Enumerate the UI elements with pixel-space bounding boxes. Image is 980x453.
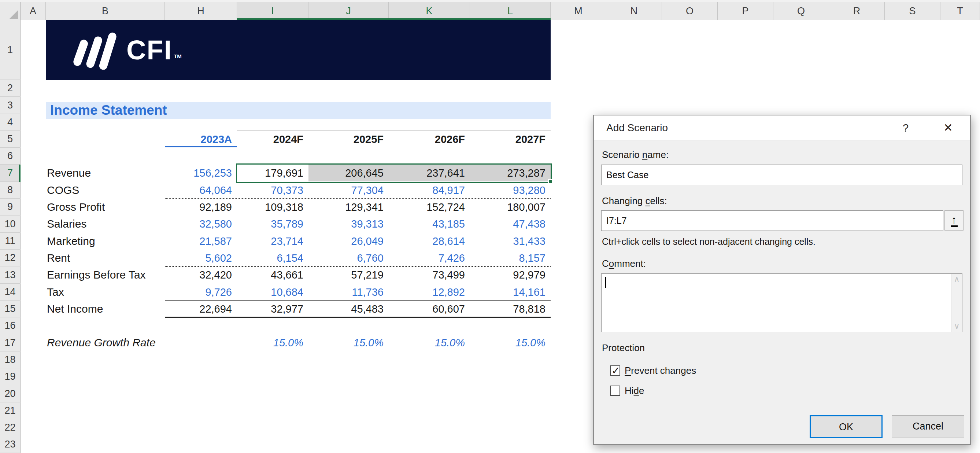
cell-label[interactable]: Tax (47, 284, 164, 300)
row-header-17[interactable]: 17 (0, 334, 21, 351)
row-header-19[interactable]: 19 (0, 368, 21, 385)
cell-value[interactable]: 7,426 (389, 250, 470, 266)
cell-value[interactable]: 64,064 (165, 182, 237, 199)
cell-value[interactable]: 92,979 (470, 266, 550, 283)
cell-label[interactable]: Marketing (47, 233, 164, 250)
column-header-R[interactable]: R (829, 2, 885, 20)
cell-value[interactable]: 73,499 (389, 266, 470, 283)
cell-value[interactable]: 45,483 (309, 300, 389, 317)
row-header-12[interactable]: 12 (0, 250, 21, 266)
prevent-changes-checkbox[interactable] (610, 365, 620, 376)
cell-value[interactable]: 152,724 (389, 199, 470, 215)
row-header-9[interactable]: 9 (0, 199, 21, 215)
column-header-P[interactable]: P (718, 2, 773, 20)
year-header-2027F[interactable]: 2027F (470, 131, 550, 148)
cell-value[interactable]: 32,580 (165, 215, 237, 232)
cell-value[interactable]: 60,607 (389, 300, 470, 317)
cell-value[interactable]: 32,977 (237, 300, 309, 317)
cell-label[interactable]: Revenue Growth Rate (47, 334, 164, 351)
cell-value[interactable]: 9,726 (165, 284, 237, 300)
row-header-23[interactable]: 23 (0, 436, 21, 453)
cell-value[interactable]: 47,438 (470, 215, 550, 232)
row-header-7[interactable]: 7 (0, 164, 21, 182)
help-icon[interactable]: ? (894, 115, 917, 140)
cell-value[interactable]: 10,684 (237, 284, 309, 300)
cell-value[interactable]: 22,694 (165, 300, 237, 317)
select-all-button[interactable] (0, 2, 21, 20)
cell-value[interactable]: 15.0% (309, 334, 389, 351)
cell-value[interactable]: 43,185 (389, 215, 470, 232)
row-header-18[interactable]: 18 (0, 351, 21, 368)
row-header-3[interactable]: 3 (0, 97, 21, 114)
row-header-1[interactable]: 1 (0, 20, 21, 80)
cell-value[interactable]: 15.0% (389, 334, 470, 351)
row-header-15[interactable]: 15 (0, 300, 21, 317)
column-header-K[interactable]: K (389, 2, 470, 20)
year-header-2023A[interactable]: 2023A (165, 131, 237, 148)
cell-value[interactable]: 93,280 (470, 182, 550, 199)
income-statement-title-band[interactable]: Income Statement (46, 102, 550, 119)
row-header-2[interactable]: 2 (0, 80, 21, 97)
cell-value[interactable]: 77,304 (309, 182, 389, 199)
row-header-21[interactable]: 21 (0, 402, 21, 419)
row-header-10[interactable]: 10 (0, 215, 21, 233)
cell-value-selected[interactable]: 206,645 (309, 164, 389, 182)
cell-value[interactable]: 6,760 (309, 250, 389, 266)
column-header-T[interactable]: T (940, 2, 980, 20)
changing-cells-input[interactable] (601, 211, 943, 231)
cell-value[interactable]: 70,373 (237, 182, 309, 199)
column-header-N[interactable]: N (606, 2, 662, 20)
scenario-name-input[interactable] (601, 164, 963, 185)
row-header-4[interactable]: 4 (0, 114, 21, 131)
cell-value[interactable]: 12,892 (389, 284, 470, 300)
cell-value[interactable]: 180,007 (470, 199, 550, 215)
column-header-L[interactable]: L (470, 2, 550, 20)
row-header-13[interactable]: 13 (0, 266, 21, 284)
column-header-H[interactable]: H (165, 2, 237, 20)
column-header-Q[interactable]: Q (773, 2, 829, 20)
prevent-changes-option[interactable]: Prevent changes (610, 365, 696, 376)
dialog-title-bar[interactable]: Add Scenario ? ✕ (594, 115, 970, 140)
column-header-B[interactable]: B (46, 2, 165, 20)
cell-label[interactable]: Earnings Before Tax (47, 266, 164, 283)
cell-value-selected[interactable]: 273,287 (470, 164, 550, 182)
cell-value[interactable]: 57,219 (309, 266, 389, 283)
cell-label[interactable]: COGS (47, 182, 164, 199)
cell-value[interactable]: 15.0% (237, 334, 309, 351)
column-header-S[interactable]: S (885, 2, 940, 20)
cell-value[interactable]: 14,161 (470, 284, 550, 300)
row-header-20[interactable]: 20 (0, 385, 21, 402)
cell-value[interactable]: 8,157 (470, 250, 550, 266)
cancel-button[interactable]: Cancel (892, 415, 964, 438)
cell-value[interactable]: 156,253 (165, 164, 237, 182)
cell-value[interactable]: 78,818 (470, 300, 550, 317)
cell-value-selected[interactable]: 237,641 (389, 164, 470, 182)
comment-scrollbar[interactable]: ∧ ∨ (951, 274, 962, 332)
year-header-2024F[interactable]: 2024F (237, 131, 309, 148)
column-header-M[interactable]: M (550, 2, 606, 20)
row-header-11[interactable]: 11 (0, 233, 21, 250)
cell-value[interactable]: 35,789 (237, 215, 309, 232)
cell-value[interactable]: 5,602 (165, 250, 237, 266)
cell-value[interactable]: 129,341 (309, 199, 389, 215)
close-icon[interactable]: ✕ (936, 115, 960, 140)
column-header-J[interactable]: J (309, 2, 389, 20)
cell-value[interactable]: 31,433 (470, 233, 550, 250)
cell-value[interactable]: 26,049 (309, 233, 389, 250)
cell-value[interactable]: 15.0% (470, 334, 550, 351)
cell-value-active[interactable]: 179,691 (237, 164, 309, 182)
collapse-dialog-button[interactable]: ↑ (945, 211, 964, 231)
fill-handle[interactable] (548, 179, 553, 184)
comment-textarea[interactable]: ∧ ∨ (601, 273, 963, 332)
row-header-22[interactable]: 22 (0, 419, 21, 436)
ok-button[interactable]: OK (810, 415, 883, 438)
column-header-O[interactable]: O (662, 2, 718, 20)
cell-label[interactable]: Rent (47, 250, 164, 266)
hide-option[interactable]: Hide (610, 385, 644, 397)
hide-checkbox[interactable] (610, 386, 620, 396)
cell-value[interactable]: 6,154 (237, 250, 309, 266)
cell-label[interactable]: Revenue (47, 164, 164, 182)
cell-value[interactable]: 43,661 (237, 266, 309, 283)
scroll-up-icon[interactable]: ∧ (954, 275, 959, 283)
row-header-16[interactable]: 16 (0, 317, 21, 334)
